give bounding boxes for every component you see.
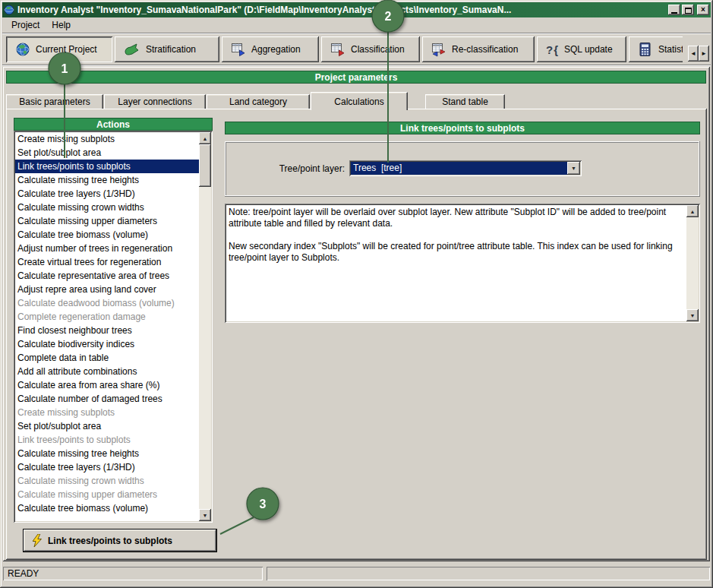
- statusbar-extra-cell: [267, 567, 710, 580]
- current-project-icon: [15, 42, 30, 57]
- action-list-item[interactable]: Calculate missing tree heights: [15, 447, 199, 460]
- detail-panel-header: Link trees/points to subplots: [225, 122, 700, 134]
- toolbar-button-label: Statistics: [658, 44, 683, 55]
- tab-calculations[interactable]: Calculations: [311, 92, 408, 110]
- classification-icon: [330, 42, 345, 57]
- reclassification-icon: [431, 42, 446, 57]
- action-list-item[interactable]: Add all attribute combinations: [15, 365, 199, 378]
- action-list-item[interactable]: Calculate missing upper diameters: [15, 488, 199, 501]
- minimize-button[interactable]: [668, 5, 680, 15]
- detail-header-label: Link trees/points to subplots: [400, 123, 525, 134]
- toolbar-classification-button[interactable]: Classification: [321, 36, 420, 62]
- toolbar-sql-update-button[interactable]: ?{ SQL update: [537, 36, 626, 62]
- action-list-item[interactable]: Calculate tree layers (1/3HD): [15, 187, 199, 201]
- minimize-icon: [671, 12, 677, 14]
- link-trees-execute-button[interactable]: Link trees/points to subplots: [23, 529, 217, 552]
- menu-project[interactable]: Project: [5, 18, 46, 32]
- banner-title: Project parameters: [315, 72, 398, 83]
- action-list-item[interactable]: Link trees/points to subplots: [15, 160, 199, 173]
- layer-group-box: Tree/point layer: Trees [tree] ▼: [225, 141, 700, 197]
- actions-header-label: Actions: [96, 119, 130, 130]
- close-icon: ×: [701, 6, 705, 14]
- toolbar-button-label: Current Project: [36, 44, 97, 55]
- action-list-item[interactable]: Complete regeneration damage: [15, 310, 199, 324]
- actions-panel-header: Actions: [14, 118, 213, 131]
- tree-point-layer-select[interactable]: Trees [tree] ▼: [349, 160, 582, 176]
- calculator-icon: [638, 42, 653, 57]
- scrollbar-thumb[interactable]: [199, 144, 211, 187]
- action-list-item[interactable]: Calculate missing upper diameters: [15, 214, 199, 228]
- toolbar-aggregation-button[interactable]: Aggregation: [222, 36, 319, 62]
- note-scrollbar[interactable]: ▲ ▼: [686, 205, 699, 321]
- actions-scrollbar[interactable]: ▲ ▼: [199, 132, 211, 521]
- tree-point-layer-label: Tree/point layer:: [231, 163, 345, 174]
- app-window: Inventory Analyst "Inventory_SumavaNatio…: [0, 0, 713, 588]
- tab-layer-connections[interactable]: Layer connections: [104, 94, 206, 109]
- note-paragraph: New secondary index "Subplots" will be c…: [229, 241, 683, 264]
- action-list-item[interactable]: Calculate tree layers (1/3HD): [15, 460, 199, 474]
- action-list-item[interactable]: Calculate missing tree heights: [15, 173, 199, 187]
- status-text: READY: [8, 568, 39, 579]
- dropdown-button[interactable]: ▼: [567, 162, 580, 175]
- toolbar-current-project-button[interactable]: Current Project: [6, 36, 112, 62]
- action-list-item[interactable]: Create missing subplots: [15, 132, 199, 146]
- toolbar-statistics-button[interactable]: Statistics: [629, 36, 683, 62]
- scroll-up-button[interactable]: ▲: [686, 205, 699, 217]
- note-paragraph: Note: tree/point layer will be overlaid …: [229, 207, 683, 229]
- maximize-icon: [685, 8, 692, 14]
- arrow-up-icon: ▲: [690, 209, 696, 214]
- execute-button-label: Link trees/points to subplots: [48, 536, 172, 546]
- action-list-item[interactable]: Link trees/points to subplots: [15, 433, 199, 447]
- action-list-item[interactable]: Create missing subplots: [15, 406, 199, 419]
- action-list-item[interactable]: Calculate tree biomass (volume): [15, 228, 199, 242]
- action-list-item[interactable]: Calculate missing crown widths: [15, 201, 199, 214]
- project-parameters-banner: Project parameters: [6, 71, 706, 84]
- tab-basic-parameters[interactable]: Basic parameters: [6, 94, 103, 109]
- combo-selected-value: Trees [tree]: [351, 162, 567, 175]
- toolbar-stratification-button[interactable]: Stratification: [115, 36, 219, 62]
- window-controls: ×: [668, 5, 709, 15]
- arrow-up-icon: ▲: [203, 136, 208, 141]
- app-icon: [4, 5, 14, 15]
- toolbar-button-label: Re-classification: [452, 44, 518, 55]
- action-list-item[interactable]: Adjust repre area using land cover: [15, 283, 199, 296]
- close-button[interactable]: ×: [697, 5, 709, 15]
- statusbar-ready-cell: READY: [3, 567, 263, 580]
- action-list-item[interactable]: Set plot/subplot area: [15, 146, 199, 160]
- scroll-down-button[interactable]: ▼: [686, 309, 699, 321]
- toolbar-button-label: Classification: [351, 44, 405, 55]
- toolbar-scroll-left-button[interactable]: ◄: [688, 46, 699, 62]
- action-list-item[interactable]: Set plot/subplot area: [15, 419, 199, 433]
- scroll-down-button[interactable]: ▼: [199, 509, 211, 521]
- toolbar-scroll-right-button[interactable]: ►: [699, 46, 709, 62]
- sql-update-icon: ?{: [546, 43, 559, 56]
- maximize-button[interactable]: [682, 5, 694, 15]
- note-box: Note: tree/point layer will be overlaid …: [225, 204, 700, 323]
- action-list-item[interactable]: Calculate deadwood biomass (volume): [15, 296, 199, 310]
- arrow-left-icon: ◄: [690, 50, 696, 57]
- tab-stand-table[interactable]: Stand table: [425, 94, 505, 109]
- toolbar-button-label: SQL update: [564, 44, 613, 55]
- menu-help[interactable]: Help: [46, 18, 77, 32]
- action-list-item[interactable]: Calculate biodiversity indices: [15, 337, 199, 351]
- toolbar-reclassification-button[interactable]: Re-classification: [422, 36, 535, 62]
- arrow-down-icon: ▼: [203, 513, 208, 518]
- scroll-up-button[interactable]: ▲: [199, 132, 211, 144]
- action-list-item[interactable]: Create virtual trees for regeneration: [15, 255, 199, 269]
- action-list-item[interactable]: Calculate tree biomass (volume): [15, 501, 199, 515]
- actions-listbox: Create missing subplotsSet plot/subplot …: [14, 131, 213, 523]
- tab-land-category[interactable]: Land category: [207, 94, 310, 109]
- action-list-item[interactable]: Calculate number of damaged trees: [15, 392, 199, 406]
- action-list-item[interactable]: Calculate representative area of trees: [15, 269, 199, 283]
- aggregation-icon: [231, 42, 246, 57]
- action-list-item[interactable]: Calculate missing crown widths: [15, 474, 199, 488]
- lightning-icon: [33, 534, 42, 547]
- action-list-item[interactable]: Find closest neighbour trees: [15, 324, 199, 337]
- toolbar-scroll: ◄ ►: [688, 46, 709, 62]
- action-list-item[interactable]: Complete data in table: [15, 351, 199, 365]
- action-list-item[interactable]: Adjust number of trees in regeneration: [15, 242, 199, 255]
- action-list-item[interactable]: Calculate area from area share (%): [15, 378, 199, 392]
- window-title: Inventory Analyst "Inventory_SumavaNatio…: [17, 5, 665, 15]
- note-text: Note: tree/point layer will be overlaid …: [229, 207, 683, 320]
- chevron-down-icon: ▼: [571, 166, 576, 171]
